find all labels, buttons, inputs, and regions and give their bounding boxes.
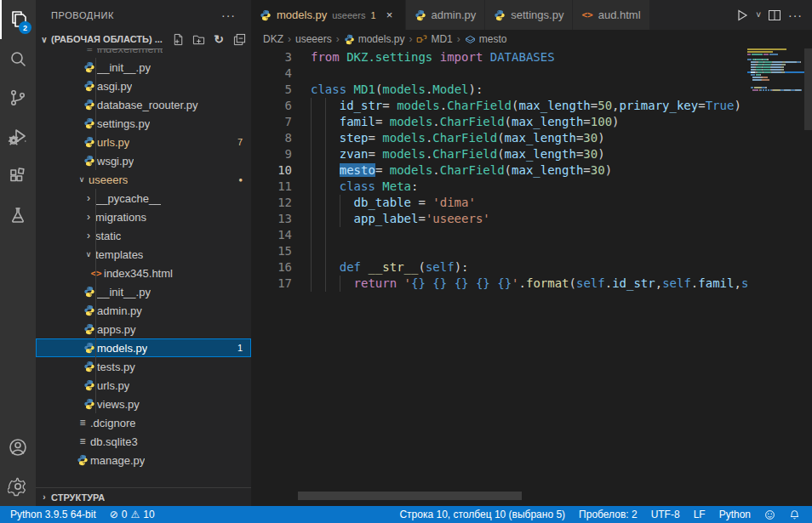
code-line: 5class MD1(models.Model):: [251, 82, 747, 98]
tree-item-apps.py[interactable]: apps.py: [36, 320, 251, 338]
tab-aud.html[interactable]: <>aud.html: [573, 0, 649, 30]
status-label: Python: [719, 509, 751, 520]
vertical-scrollbar[interactable]: [804, 48, 812, 506]
status-eol[interactable]: LF: [687, 506, 712, 523]
activitybar-testing[interactable]: [0, 196, 36, 235]
chevron-right-icon: ›: [82, 211, 95, 223]
tree-item-label: indexelement: [97, 48, 163, 55]
status-label: LF: [694, 509, 706, 520]
code-line-content: def __str__(self):: [292, 259, 747, 276]
indent-guide-icon: [340, 211, 340, 227]
status-problems[interactable]: ⊘0⚠10: [103, 506, 162, 523]
tab-models.py[interactable]: models.pyuseeers1×: [251, 0, 406, 30]
tree-item-urls.py[interactable]: urls.py: [36, 376, 251, 395]
split-editor-icon[interactable]: [765, 0, 784, 30]
status-encoding[interactable]: UTF-8: [644, 506, 687, 523]
status-label: Пробелов: 2: [579, 509, 638, 520]
tree-item-__init__.py[interactable]: __init__.py: [36, 282, 251, 301]
breadcrumb-item-MD1[interactable]: MD1: [416, 33, 452, 45]
indent-guide-icon: [311, 243, 312, 259]
tree-item-__init__.py[interactable]: __init__.py: [36, 58, 251, 77]
new-file-icon[interactable]: [169, 31, 186, 48]
scm-icon: [8, 88, 28, 108]
line-number: 14: [251, 227, 292, 243]
tree-item-models.py[interactable]: models.py1: [36, 338, 251, 357]
minimap[interactable]: [747, 48, 804, 506]
tree-item-.dcignore[interactable]: ≡.dcignore: [36, 413, 251, 432]
tab-label: aud.html: [598, 9, 641, 21]
minimap-line: [747, 64, 804, 65]
breadcrumb-item-models.py[interactable]: models.py: [344, 33, 405, 45]
minimap-line: [747, 77, 804, 78]
collapse-all-icon[interactable]: [231, 31, 248, 48]
tree-item-manage.py[interactable]: manage.py: [36, 451, 251, 469]
tree-item-badge: 1: [237, 343, 243, 353]
activitybar-extensions[interactable]: [0, 156, 36, 196]
minimap-line: [747, 61, 804, 63]
tab-admin.py[interactable]: admin.py: [406, 0, 486, 30]
status-python-version[interactable]: Python 3.9.5 64-bit: [3, 506, 103, 523]
line-number: 8: [251, 130, 292, 146]
outline-label: СТРУКТУРА: [51, 492, 105, 503]
outline-section-header[interactable]: › СТРУКТУРА: [36, 487, 251, 506]
indent-guide-icon: [311, 211, 312, 227]
tree-indent-guide: [95, 226, 96, 245]
tree-folder-static[interactable]: ›static: [36, 226, 251, 245]
code-line-content: [292, 65, 747, 82]
tree-item-admin.py[interactable]: admin.py: [36, 301, 251, 320]
tree-item-tests.py[interactable]: tests.py: [36, 357, 251, 376]
status-indentation[interactable]: Пробелов: 2: [572, 506, 644, 523]
activitybar-source-control[interactable]: [0, 78, 36, 117]
new-folder-icon[interactable]: [190, 31, 207, 48]
tree-folder-migrations[interactable]: ›migrations: [36, 207, 251, 226]
run-icon[interactable]: [733, 0, 752, 30]
tree-indent-guide: [95, 189, 96, 207]
tree-folder-useeers[interactable]: ∨useeers●: [36, 170, 251, 189]
tree-item-label: urls.py: [97, 379, 129, 392]
activitybar-account[interactable]: [0, 428, 36, 467]
bell-icon[interactable]: [782, 506, 807, 523]
activitybar-explorer[interactable]: 2: [0, 0, 36, 39]
indent-guide-icon: [325, 114, 326, 130]
tab-settings.py[interactable]: settings.py: [485, 0, 573, 30]
indent-guide-icon: [325, 259, 326, 276]
tree-item-settings.py[interactable]: settings.py: [36, 114, 251, 133]
tree-indent-guide: [95, 264, 96, 282]
tree-item-indexelement[interactable]: ≡indexelement: [36, 48, 251, 58]
tree-item-database_roouter.py[interactable]: database_roouter.py: [36, 95, 251, 114]
tree-item-index345.html[interactable]: <>index345.html: [36, 264, 251, 282]
activitybar-run-debug[interactable]: [0, 117, 36, 156]
beaker-icon: [8, 205, 28, 225]
explorer-sidebar: ПРОВОДНИК ··· ∨ (РАБОЧАЯ ОБЛАСТЬ) ... ↻ …: [36, 0, 251, 506]
line-number: 3: [251, 49, 292, 65]
tree-folder-__pycache__[interactable]: ›__pycache__: [36, 189, 251, 207]
activitybar-settings[interactable]: [0, 467, 36, 506]
tree-folder-templates[interactable]: ∨templates: [36, 245, 251, 264]
indent-guide-icon: [340, 195, 340, 211]
chevron-down-icon: ∨: [82, 250, 95, 259]
feedback-icon[interactable]: [758, 506, 782, 523]
workspace-section-header[interactable]: ∨ (РАБОЧАЯ ОБЛАСТЬ) ... ↻: [36, 30, 251, 48]
sidebar-more-icon[interactable]: ···: [221, 9, 236, 22]
horizontal-scrollbar[interactable]: [298, 492, 522, 500]
breadcrumb-item-mesto[interactable]: mesto: [465, 33, 507, 45]
tree-item-wsgi.py[interactable]: wsgi.py: [36, 151, 251, 170]
tree-item-urls.py[interactable]: urls.py7: [36, 133, 251, 151]
breadcrumb-item-DKZ[interactable]: DKZ: [263, 33, 283, 45]
breadcrumb-item-useeers[interactable]: useeers: [295, 33, 332, 45]
tree-item-db.sqlite3[interactable]: ≡db.sqlite3: [36, 432, 251, 451]
more-actions-icon[interactable]: ···: [786, 0, 805, 30]
minimap-line: [747, 66, 804, 68]
close-icon[interactable]: ×: [383, 9, 397, 21]
tree-indent-guide: [95, 58, 96, 77]
indent-guide-icon: [325, 243, 326, 259]
status-cursor-position[interactable]: Строка 10, столбец 10 (выбрано 5): [392, 506, 572, 523]
status-language-mode[interactable]: Python: [712, 506, 758, 523]
tree-item-views.py[interactable]: views.py: [36, 395, 251, 413]
refresh-icon[interactable]: ↻: [210, 31, 227, 48]
run-dropdown-icon[interactable]: ˅: [753, 0, 763, 30]
code-line: 7 famil= models.CharField(max_length=100…: [251, 114, 747, 130]
activitybar-search[interactable]: [0, 39, 36, 78]
code-editor[interactable]: 3from DKZ.settings import DATABASES45cla…: [251, 48, 812, 506]
tree-item-asgi.py[interactable]: asgi.py: [36, 77, 251, 95]
